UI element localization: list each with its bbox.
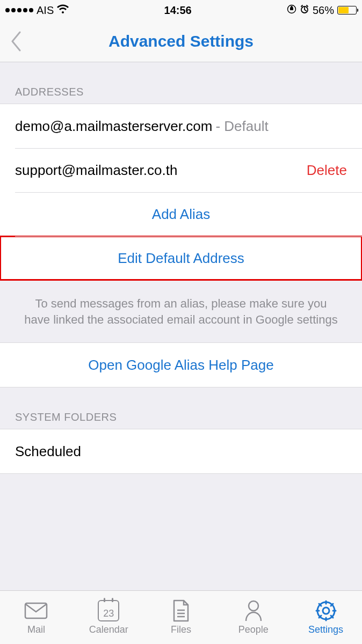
svg-point-5 bbox=[317, 602, 335, 619]
edit-default-address-button[interactable]: Edit Default Address bbox=[0, 236, 362, 280]
add-alias-button[interactable]: Add Alias bbox=[0, 192, 362, 236]
tab-people[interactable]: People bbox=[217, 591, 289, 644]
status-left: AIS bbox=[5, 4, 69, 17]
status-right: 56% bbox=[287, 4, 357, 17]
address-email: demo@a.mailmasterserver.com bbox=[15, 118, 212, 135]
alias-note: To send messages from an alias, please m… bbox=[0, 281, 362, 342]
battery-icon bbox=[337, 6, 357, 14]
tab-calendar[interactable]: 23 Calendar bbox=[73, 591, 145, 644]
svg-point-4 bbox=[323, 608, 329, 614]
status-bar: AIS 14:56 56% bbox=[0, 0, 362, 20]
calendar-day: 23 bbox=[103, 608, 114, 619]
battery-pct: 56% bbox=[313, 4, 334, 17]
tab-bar: Mail 23 Calendar Files People Settings bbox=[0, 590, 362, 644]
address-email: support@mailmaster.co.th bbox=[15, 162, 177, 179]
tab-files[interactable]: Files bbox=[145, 591, 218, 644]
status-time: 14:56 bbox=[164, 4, 192, 17]
address-row[interactable]: demo@a.mailmasterserver.com - Default bbox=[0, 104, 362, 148]
tab-label: Mail bbox=[27, 624, 45, 635]
tab-label: Settings bbox=[308, 624, 343, 635]
orientation-lock-icon bbox=[287, 4, 296, 17]
wifi-icon bbox=[57, 4, 69, 17]
carrier-label: AIS bbox=[37, 4, 54, 17]
open-help-label: Open Google Alias Help Page bbox=[88, 357, 273, 374]
tab-label: Calendar bbox=[89, 624, 128, 635]
section-header-addresses: ADDRESSES bbox=[0, 62, 362, 104]
delete-button[interactable]: Delete bbox=[307, 162, 347, 179]
calendar-icon: 23 bbox=[98, 599, 119, 622]
nav-header: Advanced Settings bbox=[0, 20, 362, 62]
tab-label: Files bbox=[171, 624, 191, 635]
signal-dots-icon bbox=[5, 8, 33, 12]
system-folder-row[interactable]: Scheduled bbox=[0, 429, 362, 473]
files-icon bbox=[172, 599, 190, 622]
chevron-left-icon bbox=[10, 31, 22, 52]
section-header-system-folders: SYSTEM FOLDERS bbox=[0, 387, 362, 429]
address-row[interactable]: support@mailmaster.co.th Delete bbox=[0, 148, 362, 192]
back-button[interactable] bbox=[5, 31, 27, 52]
tab-mail[interactable]: Mail bbox=[0, 591, 73, 644]
page-title: Advanced Settings bbox=[108, 32, 254, 50]
tab-label: People bbox=[238, 624, 269, 635]
system-folders-list: Scheduled bbox=[0, 429, 362, 474]
alarm-icon bbox=[300, 4, 309, 17]
help-list: Open Google Alias Help Page bbox=[0, 342, 362, 387]
open-google-alias-help-button[interactable]: Open Google Alias Help Page bbox=[0, 343, 362, 387]
mail-icon bbox=[24, 599, 48, 622]
addresses-list: demo@a.mailmasterserver.com - Default su… bbox=[0, 104, 362, 281]
system-folder-label: Scheduled bbox=[15, 443, 81, 460]
svg-point-3 bbox=[249, 601, 258, 611]
tab-settings[interactable]: Settings bbox=[289, 591, 362, 644]
settings-icon bbox=[315, 599, 337, 622]
add-alias-label: Add Alias bbox=[152, 206, 210, 223]
people-icon bbox=[244, 599, 263, 622]
edit-default-label: Edit Default Address bbox=[118, 250, 244, 267]
address-suffix: - Default bbox=[215, 118, 268, 135]
